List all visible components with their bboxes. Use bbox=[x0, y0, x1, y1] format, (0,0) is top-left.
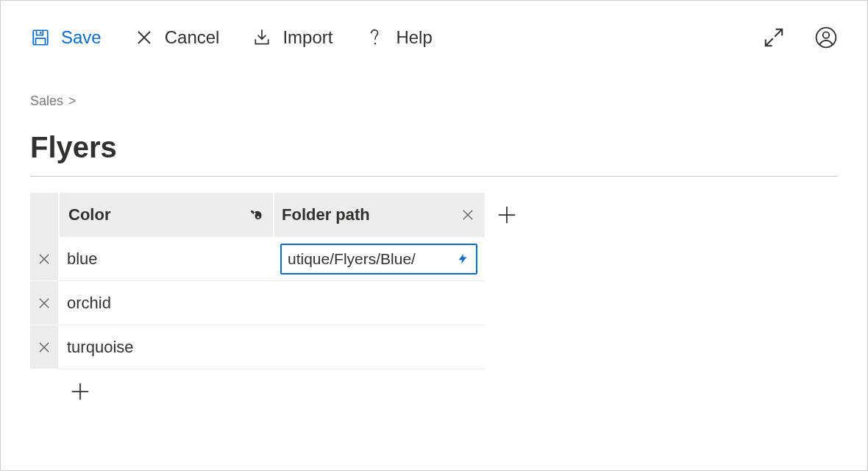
save-icon bbox=[30, 27, 51, 48]
add-column-button[interactable] bbox=[485, 193, 529, 237]
add-row-button[interactable] bbox=[58, 380, 102, 403]
cell-color[interactable]: orchid bbox=[58, 281, 273, 325]
data-table: Color Folder path bbox=[30, 193, 838, 414]
key-icon bbox=[248, 207, 264, 223]
cell-color-value: turquoise bbox=[67, 338, 134, 357]
svg-point-4 bbox=[823, 32, 830, 38]
breadcrumb: Sales > bbox=[30, 93, 838, 109]
svg-point-2 bbox=[374, 43, 376, 44]
path-input[interactable]: utique/Flyers/Blue/ bbox=[280, 244, 477, 275]
delete-row-button[interactable] bbox=[30, 237, 58, 281]
cell-path[interactable]: utique/Flyers/Blue/ bbox=[273, 237, 485, 281]
cell-color[interactable]: turquoise bbox=[58, 325, 273, 369]
table-row: orchid bbox=[30, 281, 838, 325]
cell-color-value: orchid bbox=[67, 294, 111, 313]
row-actions-header bbox=[30, 193, 58, 237]
page-title: Flyers bbox=[30, 131, 838, 164]
help-label: Help bbox=[396, 27, 432, 48]
help-icon bbox=[365, 27, 385, 48]
table-row: turquoise bbox=[30, 325, 838, 369]
close-icon bbox=[134, 27, 154, 48]
dynamic-content-icon[interactable] bbox=[457, 252, 470, 266]
remove-column-button[interactable] bbox=[460, 207, 476, 223]
user-icon[interactable] bbox=[814, 26, 838, 49]
cancel-label: Cancel bbox=[165, 27, 220, 48]
cell-color-value: blue bbox=[67, 249, 98, 269]
toolbar-left: Save Cancel Import bbox=[30, 27, 433, 48]
cell-color[interactable]: blue bbox=[58, 237, 273, 281]
svg-rect-1 bbox=[40, 32, 41, 34]
import-label: Import bbox=[282, 27, 332, 48]
column-header-path[interactable]: Folder path bbox=[273, 193, 485, 237]
delete-row-button[interactable] bbox=[30, 325, 58, 369]
table-header-row: Color Folder path bbox=[30, 193, 838, 237]
column-header-color[interactable]: Color bbox=[58, 193, 273, 237]
import-icon bbox=[252, 27, 272, 48]
breadcrumb-parent[interactable]: Sales bbox=[30, 93, 63, 108]
path-input-value: utique/Flyers/Blue/ bbox=[288, 250, 452, 268]
app-frame: Save Cancel Import bbox=[0, 0, 868, 471]
column-header-path-label: Folder path bbox=[282, 205, 370, 224]
add-row bbox=[30, 369, 838, 414]
help-button[interactable]: Help bbox=[365, 27, 432, 48]
toolbar: Save Cancel Import bbox=[30, 1, 838, 74]
save-button[interactable]: Save bbox=[30, 27, 102, 48]
expand-icon[interactable] bbox=[763, 26, 785, 49]
cell-path[interactable] bbox=[273, 281, 485, 325]
table-row: blue utique/Flyers/Blue/ bbox=[30, 237, 838, 281]
column-header-color-label: Color bbox=[68, 205, 110, 224]
save-label: Save bbox=[61, 27, 102, 48]
cell-path[interactable] bbox=[273, 325, 485, 369]
import-button[interactable]: Import bbox=[252, 27, 332, 48]
title-divider bbox=[30, 176, 838, 177]
delete-row-button[interactable] bbox=[30, 281, 58, 325]
breadcrumb-separator: > bbox=[68, 93, 77, 108]
cancel-button[interactable]: Cancel bbox=[134, 27, 220, 48]
toolbar-right bbox=[763, 26, 838, 49]
